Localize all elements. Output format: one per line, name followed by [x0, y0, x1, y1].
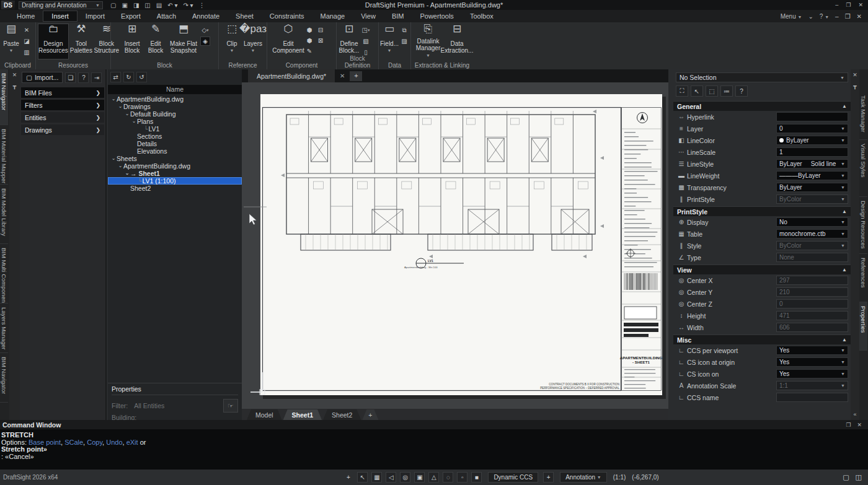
box-minus-icon[interactable]: ⊟: [316, 25, 326, 35]
menu-insert[interactable]: Insert: [43, 11, 78, 22]
left-tab-bim-multi-component[interactable]: BIM Multi Component: [0, 244, 8, 304]
menu-home[interactable]: Home: [9, 11, 43, 22]
workspace-selector[interactable]: Drafting and Annotation ▼: [19, 1, 103, 9]
pointer-icon[interactable]: ↖: [357, 472, 368, 483]
viewport-icon[interactable]: ▫: [457, 472, 467, 483]
annotation-scale-combo[interactable]: Annotation ▼: [560, 472, 607, 483]
menubar-restore-icon[interactable]: ❐: [845, 13, 851, 20]
import-button[interactable]: ▢ Import...: [22, 72, 63, 83]
section-header-view[interactable]: View▲: [673, 264, 851, 274]
property-value-cs-icon-on[interactable]: Yes▼: [776, 369, 848, 378]
clip-button[interactable]: ⬚ Clip▼: [223, 24, 241, 59]
property-value-linecolor[interactable]: ByLayer▼: [776, 136, 848, 145]
menubar-minimize-icon[interactable]: –: [835, 13, 839, 20]
expand-icon[interactable]: ⌄: [131, 118, 137, 125]
expand-icon[interactable]: ⌄: [117, 103, 123, 110]
property-value-ccs-per-viewport[interactable]: Yes▼: [776, 346, 848, 355]
new-file-icon[interactable]: ▢: [110, 2, 116, 9]
redo-icon[interactable]: ↷ ▾: [183, 2, 193, 9]
restore-button[interactable]: ❐: [846, 2, 851, 8]
define-block-button[interactable]: ⊡ Define Block...: [339, 24, 360, 59]
edit-block-button[interactable]: ✎ Edit Block: [144, 24, 167, 59]
property-value-layer[interactable]: 0▼: [776, 124, 848, 133]
property-value-transparency[interactable]: ByLayer▼: [776, 183, 848, 192]
section-entities[interactable]: Entities❯: [21, 112, 104, 123]
section-bim-files[interactable]: BIM Files❯: [21, 87, 104, 98]
right-tab-references[interactable]: References: [859, 254, 867, 302]
command-option-link[interactable]: Base point: [29, 439, 61, 446]
lineweight-icon[interactable]: ■: [471, 472, 482, 483]
select-cursor-icon[interactable]: ↖: [691, 85, 703, 97]
tree-node[interactable]: ⌄ApartmentBuilding.dwg: [108, 162, 242, 170]
menu-constraints[interactable]: Constraints: [262, 11, 312, 22]
tree-node[interactable]: └LV1: [108, 125, 242, 133]
section-drawings[interactable]: Drawings❯: [21, 125, 104, 135]
tree-node[interactable]: Details: [108, 140, 242, 147]
property-value-lineweight[interactable]: ——— ByLayer▼: [776, 171, 848, 180]
selection-combo[interactable]: No Selection ▼: [676, 72, 848, 82]
tree-node[interactable]: Sections: [108, 133, 242, 140]
pen-icon[interactable]: ✎: [304, 46, 314, 56]
doc-refresh-icon[interactable]: ▨: [399, 37, 409, 46]
menu-annotate[interactable]: Annotate: [184, 11, 228, 22]
property-value-hyperlink[interactable]: [776, 112, 848, 121]
close-panel-icon[interactable]: ✕: [852, 72, 857, 78]
command-history[interactable]: STRETCH Options: Base point, SCale, Copy…: [0, 429, 868, 463]
snap-settings-icon[interactable]: ◌: [443, 472, 453, 483]
property-value-table[interactable]: monochrome.ctb▼: [776, 229, 848, 238]
block-attr-icon[interactable]: ◈: [200, 37, 210, 46]
menubar-close-icon[interactable]: ✕: [857, 13, 862, 20]
sync-file-icon[interactable]: ⇄: [110, 72, 121, 82]
print-icon[interactable]: ▤: [156, 2, 162, 9]
tree-node[interactable]: ⌄Drawings: [108, 103, 242, 110]
command-option-link[interactable]: SCale: [64, 439, 83, 446]
menu-toolbox[interactable]: Toolbox: [462, 11, 502, 22]
close-panel-icon[interactable]: ✕: [12, 72, 17, 78]
datalink-manager-button[interactable]: ⎘ Datalink Manager ▼: [415, 24, 441, 59]
sheet-tab-sheet2[interactable]: Sheet2: [323, 409, 361, 420]
command-option-link[interactable]: Undo: [106, 439, 122, 446]
refresh-icon[interactable]: ↻: [123, 72, 134, 82]
right-tab-visual-styles[interactable]: Visual Styles: [859, 140, 867, 197]
menu-import[interactable]: Import: [78, 11, 113, 22]
help-menu[interactable]: ? ▼: [820, 13, 829, 20]
new-sheet-icon[interactable]: ▢: [843, 473, 849, 481]
sheet-tab-sheet1[interactable]: Sheet1: [283, 409, 322, 420]
float-window-icon[interactable]: ❐: [846, 422, 851, 428]
menu-export[interactable]: Export: [113, 11, 149, 22]
menu-powertools[interactable]: Powertools: [412, 11, 461, 22]
tree-node[interactable]: ⌄→ Sheet1: [108, 170, 242, 177]
property-value-linestyle[interactable]: ByLayerSolid line▼: [776, 159, 848, 168]
tree-node[interactable]: ⌄Plans: [108, 118, 242, 125]
data-extraction-button[interactable]: ⊟ Data Extraction...: [443, 24, 471, 59]
quick-select-icon[interactable]: ≔: [720, 85, 733, 97]
tree-node[interactable]: Sheet2: [108, 185, 242, 192]
hex-nut2-icon[interactable]: ⬢: [304, 36, 314, 45]
tree-node[interactable]: └LV1 (1:100): [108, 177, 242, 185]
ref-layers-button[interactable]: �раз Layers▼: [242, 24, 264, 59]
menu-manage[interactable]: Manage: [312, 11, 353, 22]
field-button[interactable]: ▭ Field...▼: [381, 24, 398, 59]
make-flat-snapshot-button[interactable]: ⬒ Make Flat Snapshot: [168, 24, 199, 59]
close-button[interactable]: ✕: [858, 2, 863, 8]
sheet-stack-icon[interactable]: ◫: [856, 473, 862, 481]
left-tab-bim-material-mapper[interactable]: BIM Material Mapper: [0, 125, 8, 185]
minimize-button[interactable]: –: [835, 2, 838, 8]
grid-icon[interactable]: ▦: [371, 472, 382, 483]
tree-node[interactable]: ⌄ApartmentBuilding.dwg: [108, 95, 242, 103]
ortho-icon[interactable]: ◁: [386, 472, 396, 483]
menu-bim[interactable]: BIM: [384, 11, 412, 22]
link-icon[interactable]: ⧉: [399, 25, 409, 35]
add-sheet-button[interactable]: +: [362, 409, 378, 420]
section-header-misc[interactable]: Misc▲: [673, 334, 851, 344]
left-tab-bim-model-library[interactable]: BIM Model Library: [0, 185, 8, 244]
cut-icon[interactable]: ✕: [22, 25, 32, 35]
tree-node[interactable]: Elevations: [108, 147, 242, 155]
etrack-icon[interactable]: △: [428, 472, 439, 483]
section-header-printstyle[interactable]: PrintStyle▲: [673, 206, 851, 216]
save-icon[interactable]: ◫: [144, 2, 150, 9]
new-document-tab-button[interactable]: +: [350, 71, 362, 81]
hex-nut-icon[interactable]: ⬢: [304, 25, 314, 35]
polar-icon[interactable]: ◎: [400, 472, 410, 483]
property-value-display[interactable]: No▼: [776, 217, 848, 227]
